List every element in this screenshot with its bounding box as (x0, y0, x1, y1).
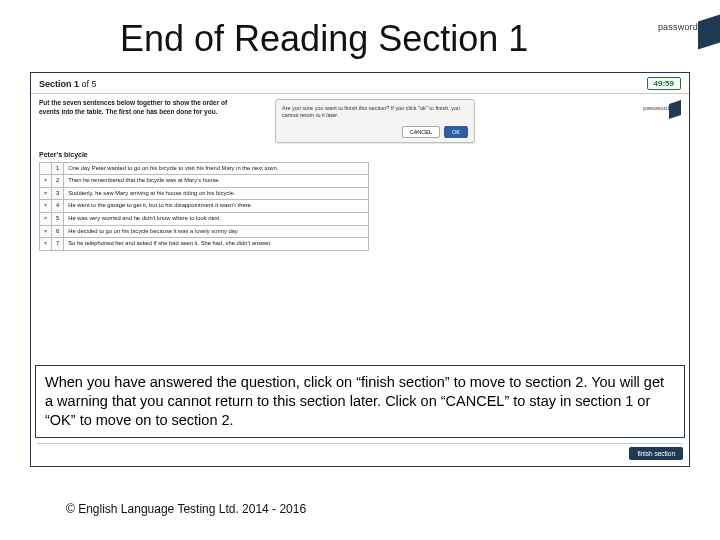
section-indicator: Section 1 of 5 (39, 79, 97, 89)
section-header-bar: Section 1 of 5 49:59 (31, 73, 689, 94)
drag-handle-icon (40, 162, 52, 175)
sentence-text: One day Peter wanted to go on his bicycl… (64, 162, 369, 175)
question-instruction: Put the seven sentences below together t… (39, 99, 239, 117)
table-row[interactable]: 1One day Peter wanted to go on his bicyc… (40, 162, 369, 175)
footer-divider (37, 443, 683, 444)
table-row[interactable]: ▾7So he telephoned her and asked if she … (40, 238, 369, 251)
copyright-notice: © English Language Testing Ltd. 2014 - 2… (66, 502, 306, 516)
drag-handle-icon[interactable]: ▾ (40, 187, 52, 200)
row-number: 4 (52, 200, 64, 213)
drag-handle-icon[interactable]: ▾ (40, 212, 52, 225)
brand-logo-small: password (635, 99, 681, 119)
ordering-task: Peter's bicycle 1One day Peter wanted to… (31, 143, 689, 251)
row-number: 3 (52, 187, 64, 200)
countdown-timer: 49:59 (647, 77, 681, 90)
dialog-message: Are you sure you want to finish this sec… (282, 105, 468, 120)
row-number: 5 (52, 212, 64, 225)
passage-title: Peter's bicycle (39, 151, 681, 158)
table-row[interactable]: ▾6He decided to go on his bicycle becaus… (40, 225, 369, 238)
sentence-text: He decided to go on his bicycle because … (64, 225, 369, 238)
table-row[interactable]: ▾4He went to the garage to get it, but t… (40, 200, 369, 213)
app-screenshot-frame: Section 1 of 5 49:59 Put the seven sente… (30, 72, 690, 467)
drag-handle-icon[interactable]: ▾ (40, 238, 52, 251)
brand-logo-word: password (658, 22, 698, 32)
row-number: 7 (52, 238, 64, 251)
brand-logo: password (642, 8, 720, 48)
table-row[interactable]: ▾5He was very worried and he didn't know… (40, 212, 369, 225)
section-current: Section 1 (39, 79, 79, 89)
table-row[interactable]: ▾2Then he remembered that the bicycle wa… (40, 175, 369, 188)
row-number: 2 (52, 175, 64, 188)
instruction-callout: When you have answered the question, cli… (35, 365, 685, 438)
confirm-finish-dialog: Are you sure you want to finish this sec… (275, 99, 475, 143)
slide-title: End of Reading Section 1 (120, 18, 528, 60)
sentence-text: So he telephoned her and asked if she ha… (64, 238, 369, 251)
sentence-text: Then he remembered that the bicycle was … (64, 175, 369, 188)
brand-logo-small-word: password (643, 105, 669, 111)
sentence-text: He went to the garage to get it, but to … (64, 200, 369, 213)
ok-button[interactable]: OK (444, 126, 468, 138)
brand-logo-small-block (669, 100, 681, 119)
section-total: of 5 (79, 79, 97, 89)
drag-handle-icon[interactable]: ▾ (40, 175, 52, 188)
row-number: 1 (52, 162, 64, 175)
row-number: 6 (52, 225, 64, 238)
drag-handle-icon[interactable]: ▾ (40, 225, 52, 238)
finish-section-button[interactable]: finish section (629, 447, 683, 460)
sentence-table: 1One day Peter wanted to go on his bicyc… (39, 162, 369, 251)
brand-logo-block (698, 14, 720, 49)
cancel-button[interactable]: CANCEL (402, 126, 440, 138)
table-row[interactable]: ▾3Suddenly, he saw Mary arriving at his … (40, 187, 369, 200)
drag-handle-icon[interactable]: ▾ (40, 200, 52, 213)
sentence-text: He was very worried and he didn't know w… (64, 212, 369, 225)
sentence-text: Suddenly, he saw Mary arriving at his ho… (64, 187, 369, 200)
